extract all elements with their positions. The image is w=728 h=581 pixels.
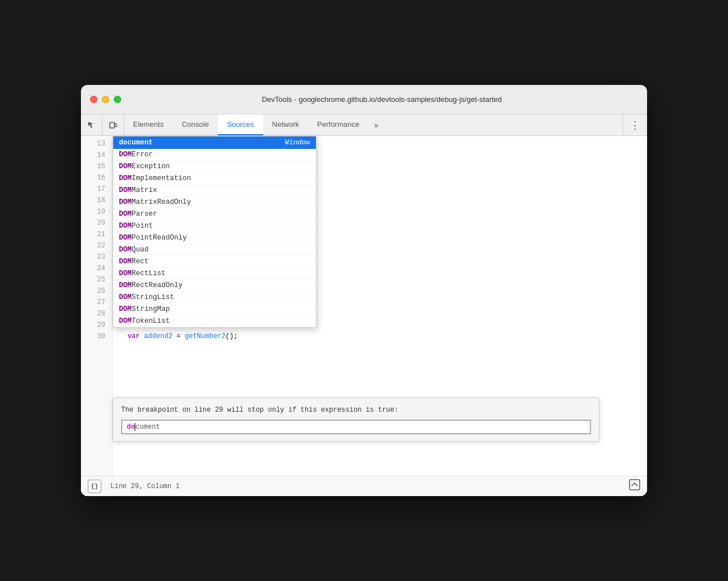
title-bar: DevTools - googlechrome.github.io/devtoo…: [81, 85, 647, 114]
autocomplete-item-2[interactable]: DOMImplementation: [113, 173, 316, 185]
device-toolbar-button[interactable]: [102, 114, 124, 135]
line-numbers: 13 14 15 16 17 18 19 20 21 22 23 24 25 2…: [81, 136, 113, 476]
autocomplete-item-0[interactable]: DOMError: [113, 149, 316, 161]
line-num-13: 13: [88, 138, 105, 149]
line-num-24: 24: [88, 263, 105, 274]
autocomplete-selected-type: Window: [285, 139, 310, 147]
line-num-19: 19: [88, 206, 105, 217]
breakpoint-input-wrapper[interactable]: document: [121, 420, 591, 434]
line-num-18: 18: [88, 195, 105, 206]
autocomplete-selected-item[interactable]: document Window: [113, 136, 316, 149]
autocomplete-item-3[interactable]: DOMMatrix: [113, 185, 316, 196]
code-line-30: var addend2 = getNumber2();: [119, 331, 647, 342]
breakpoint-input-typed: do: [127, 423, 135, 431]
line-num-22: 22: [88, 240, 105, 251]
tab-sources[interactable]: Sources: [218, 114, 263, 135]
status-bar: {} Line 29, Column 1: [81, 476, 647, 496]
window-title: DevTools - googlechrome.github.io/devtoo…: [126, 95, 638, 104]
svg-rect-1: [115, 123, 117, 127]
tab-console[interactable]: Console: [173, 114, 218, 135]
tab-performance[interactable]: Performance: [308, 114, 368, 135]
line-num-23: 23: [88, 251, 105, 263]
breakpoint-description: The breakpoint on line 29 will stop only…: [121, 405, 591, 415]
svg-rect-2: [629, 480, 640, 490]
tab-elements[interactable]: Elements: [124, 114, 173, 135]
autocomplete-item-6[interactable]: DOMPoint: [113, 220, 316, 232]
autocomplete-item-11[interactable]: DOMRectReadOnly: [113, 280, 316, 292]
line-num-26: 26: [88, 285, 105, 297]
autocomplete-item-13[interactable]: DOMStringMap: [113, 304, 316, 315]
more-tabs-button[interactable]: »: [369, 114, 384, 135]
line-num-16: 16: [88, 172, 105, 183]
minimize-button[interactable]: [102, 96, 109, 103]
cursor-position: Line 29, Column 1: [110, 482, 179, 490]
autocomplete-selected-text: document: [119, 139, 153, 147]
devtools-menu-button[interactable]: ⋮: [623, 114, 647, 135]
breakpoint-tooltip: The breakpoint on line 29 will stop only…: [113, 398, 599, 442]
autocomplete-item-8[interactable]: DOMQuad: [113, 244, 316, 256]
line-num-17: 17: [88, 183, 105, 195]
autocomplete-item-1[interactable]: DOMException: [113, 161, 316, 173]
inspect-element-button[interactable]: [81, 114, 102, 135]
line-num-21: 21: [88, 229, 105, 240]
tab-network[interactable]: Network: [263, 114, 309, 135]
devtools-body: 13 14 15 16 17 18 19 20 21 22 23 24 25 2…: [81, 136, 647, 496]
autocomplete-item-4[interactable]: DOMMatrixReadOnly: [113, 196, 316, 208]
autocomplete-dropdown: document Window DOMError DOMException DO…: [113, 136, 316, 328]
autocomplete-item-12[interactable]: DOMStringList: [113, 292, 316, 304]
autocomplete-item-5[interactable]: DOMParser: [113, 208, 316, 220]
autocomplete-item-9[interactable]: DOMRect: [113, 256, 316, 268]
line-num-20: 20: [88, 217, 105, 229]
pretty-print-button[interactable]: {}: [88, 480, 101, 493]
maximize-button[interactable]: [114, 96, 121, 103]
editor-area: 13 14 15 16 17 18 19 20 21 22 23 24 25 2…: [81, 136, 647, 476]
line-num-25: 25: [88, 274, 105, 285]
expand-button[interactable]: [629, 479, 640, 493]
line-num-29: 29: [88, 319, 105, 331]
autocomplete-item-10[interactable]: DOMRectList: [113, 268, 316, 280]
line-num-27: 27: [88, 297, 105, 308]
devtools-tabs: Elements Console Sources Network Perform…: [81, 114, 647, 136]
svg-rect-0: [110, 122, 114, 128]
line-num-15: 15: [88, 161, 105, 172]
devtools-window: DevTools - googlechrome.github.io/devtoo…: [81, 85, 647, 496]
autocomplete-item-7[interactable]: DOMPointReadOnly: [113, 232, 316, 244]
line-num-28: 28: [88, 308, 105, 319]
line-num-30: 30: [88, 331, 105, 342]
close-button[interactable]: [90, 96, 97, 103]
line-num-14: 14: [88, 149, 105, 161]
breakpoint-input-rest: cument: [135, 423, 160, 431]
autocomplete-item-14[interactable]: DOMTokenList: [113, 315, 316, 327]
